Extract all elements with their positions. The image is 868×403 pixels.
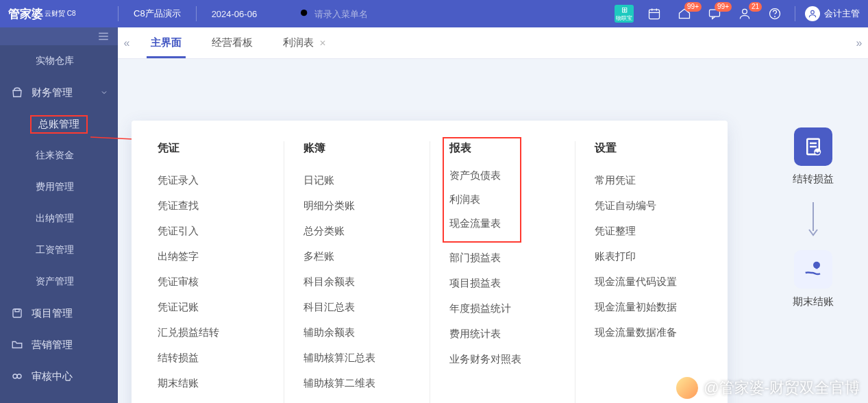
menu-item[interactable]: 现金流量数据准备 bbox=[595, 320, 707, 345]
sidebar-item-cashier[interactable]: 出纳管理 bbox=[0, 203, 118, 234]
search-input[interactable] bbox=[314, 9, 430, 19]
menu-item[interactable]: 凭证录入 bbox=[158, 168, 270, 193]
sidebar-collapse-button[interactable] bbox=[0, 27, 118, 45]
action-label: 结转损益 bbox=[793, 173, 834, 186]
menu-item[interactable]: 出纳签字 bbox=[158, 244, 270, 269]
svg-point-17 bbox=[17, 374, 21, 378]
menu-item[interactable]: 明细分类账 bbox=[303, 193, 416, 219]
brand-sub: 云财贸 C8 bbox=[45, 9, 76, 19]
mega-menu-panel: 凭证 凭证录入 凭证查找 凭证引入 出纳签字 凭证审核 凭证记账 汇兑损益结转 … bbox=[132, 121, 728, 403]
close-icon[interactable]: ✕ bbox=[319, 38, 326, 48]
menu-item[interactable]: 业务财务对照表 bbox=[449, 347, 562, 372]
bag-icon bbox=[11, 86, 23, 99]
sidebar-item-finance[interactable]: 财务管理 bbox=[0, 77, 118, 108]
link-icon bbox=[11, 370, 23, 382]
highlight-box: 报表 资产负债表 利润表 现金流量表 bbox=[443, 137, 521, 243]
help-button[interactable] bbox=[765, 3, 785, 24]
avatar-icon bbox=[805, 6, 820, 21]
menu-item[interactable]: 部门损益表 bbox=[449, 245, 562, 271]
menu-item-balance-sheet[interactable]: 资产负债表 bbox=[449, 164, 514, 188]
tab-profit[interactable]: 利润表✕ bbox=[268, 27, 341, 58]
menu-item[interactable]: 汇兑损益结转 bbox=[158, 320, 270, 345]
menu-item[interactable]: 多栏账 bbox=[303, 244, 416, 269]
brand-logo: 管家婆 云财贸 C8 bbox=[0, 6, 118, 22]
product-name[interactable]: C8产品演示 bbox=[134, 8, 181, 20]
teal-badge: ⊞物联宝 bbox=[615, 5, 634, 23]
svg-point-9 bbox=[775, 16, 776, 17]
folder-icon bbox=[11, 339, 23, 351]
menu-item[interactable]: 年度损益统计 bbox=[449, 296, 562, 321]
sidebar-item-project[interactable]: 项目管理 bbox=[0, 297, 118, 329]
tab-main[interactable]: 主界面 bbox=[136, 27, 197, 58]
column-ledger: 账簿 日记账 明细分类账 总分类账 多栏账 科目余额表 科目汇总表 辅助余额表 … bbox=[284, 141, 430, 403]
calendar-icon bbox=[647, 7, 661, 21]
column-settings: 设置 常用凭证 凭证自动编号 凭证整理 账表打印 现金流量代码设置 现金流量初始… bbox=[575, 141, 721, 403]
menu-item[interactable]: 凭证自动编号 bbox=[595, 193, 707, 219]
menu-item[interactable]: 总分类账 bbox=[303, 219, 416, 244]
sidebar-item-marketing[interactable]: 营销管理 bbox=[0, 329, 118, 361]
iot-app-button[interactable]: ⊞物联宝 bbox=[614, 3, 634, 24]
sidebar-item-audit[interactable]: 审核中心 bbox=[0, 361, 118, 392]
menu-item-cashflow[interactable]: 现金流量表 bbox=[449, 212, 514, 236]
sidebar-item-payroll[interactable]: 工资管理 bbox=[0, 234, 118, 266]
sidebar-item-assets[interactable]: 资产管理 bbox=[0, 266, 118, 297]
divider bbox=[196, 6, 197, 21]
tabs-scroll-left[interactable]: « bbox=[118, 27, 136, 58]
message-button[interactable]: 99+ bbox=[704, 3, 725, 24]
user-menu[interactable]: 会计主管 bbox=[805, 6, 860, 21]
calendar-button[interactable] bbox=[644, 3, 665, 24]
menu-item[interactable]: 凭证引入 bbox=[158, 219, 270, 244]
action-label: 期末结账 bbox=[793, 295, 834, 308]
menu-item[interactable]: 凭证审核 bbox=[158, 269, 270, 295]
menu-item-profit[interactable]: 利润表 bbox=[449, 188, 514, 212]
column-title: 账簿 bbox=[303, 141, 416, 156]
menu-item[interactable]: 辅助核算二维表 bbox=[303, 371, 416, 396]
weibo-icon bbox=[676, 377, 698, 399]
app-header: 管家婆 云财贸 C8 C8产品演示 2024-06-06 ⊞物联宝 99+ 99… bbox=[0, 0, 868, 27]
svg-rect-2 bbox=[649, 10, 660, 19]
menu-item[interactable]: 科目汇总表 bbox=[303, 295, 416, 320]
sidebar-item-warehouse[interactable]: 实物仓库 bbox=[0, 45, 118, 77]
chevron-down-icon bbox=[100, 87, 108, 99]
menu-item[interactable]: 辅助核算汇总表 bbox=[303, 345, 416, 371]
menu-item[interactable]: 项目损益表 bbox=[449, 271, 562, 296]
menu-item[interactable]: 凭证整理 bbox=[595, 219, 707, 244]
question-icon bbox=[768, 7, 782, 21]
menu-item[interactable]: 日记账 bbox=[303, 168, 416, 193]
header-center: C8产品演示 2024-06-06 bbox=[119, 6, 430, 21]
svg-point-7 bbox=[743, 9, 747, 14]
menu-item[interactable]: 反审核 bbox=[158, 396, 270, 403]
menu-item[interactable]: 结转损益 bbox=[158, 345, 270, 371]
badge: 99+ bbox=[684, 2, 702, 12]
header-right: ⊞物联宝 99+ 99+ 21 会计主管 bbox=[614, 3, 868, 24]
column-title: 设置 bbox=[595, 141, 707, 156]
tabs: 主界面 经营看板 利润表✕ bbox=[136, 27, 341, 58]
tabs-scroll-right[interactable]: » bbox=[850, 27, 868, 58]
menu-item[interactable]: 现金流量代码设置 bbox=[595, 269, 707, 295]
menu-item[interactable]: 凭证查找 bbox=[158, 193, 270, 219]
tab-dashboard[interactable]: 经营看板 bbox=[197, 27, 268, 58]
menu-search[interactable] bbox=[299, 8, 430, 19]
menu-item[interactable]: 费用统计表 bbox=[449, 321, 562, 347]
menu-item[interactable]: 期末结账 bbox=[158, 371, 270, 396]
sidebar-item-general-ledger[interactable]: 总账管理 bbox=[0, 108, 118, 140]
document-icon bbox=[803, 136, 823, 157]
quick-actions: 结转损益 ¥ 期末结账 bbox=[772, 127, 854, 321]
save-icon bbox=[11, 307, 23, 319]
sidebar-item-ar-ap[interactable]: 往来资金 bbox=[0, 140, 118, 171]
contacts-button[interactable]: 21 bbox=[734, 3, 755, 24]
action-carryover[interactable] bbox=[794, 127, 832, 166]
menu-item[interactable]: 常用凭证 bbox=[595, 168, 707, 193]
menu-item[interactable]: 科目余额表 bbox=[303, 269, 416, 295]
menu-item[interactable]: 现金流量初始数据 bbox=[595, 295, 707, 320]
menu-item[interactable]: 账表打印 bbox=[595, 244, 707, 269]
sidebar-item-expense[interactable]: 费用管理 bbox=[0, 171, 118, 203]
menu-item[interactable]: 调汇记录表 bbox=[303, 396, 416, 403]
notice-button[interactable]: 99+ bbox=[674, 3, 695, 24]
column-title: 凭证 bbox=[158, 141, 270, 156]
brand-main: 管家婆 bbox=[8, 6, 43, 22]
menu-item[interactable]: 辅助余额表 bbox=[303, 320, 416, 345]
badge: 21 bbox=[749, 2, 762, 12]
menu-item[interactable]: 凭证记账 bbox=[158, 295, 270, 320]
action-period-close[interactable]: ¥ bbox=[794, 250, 832, 289]
